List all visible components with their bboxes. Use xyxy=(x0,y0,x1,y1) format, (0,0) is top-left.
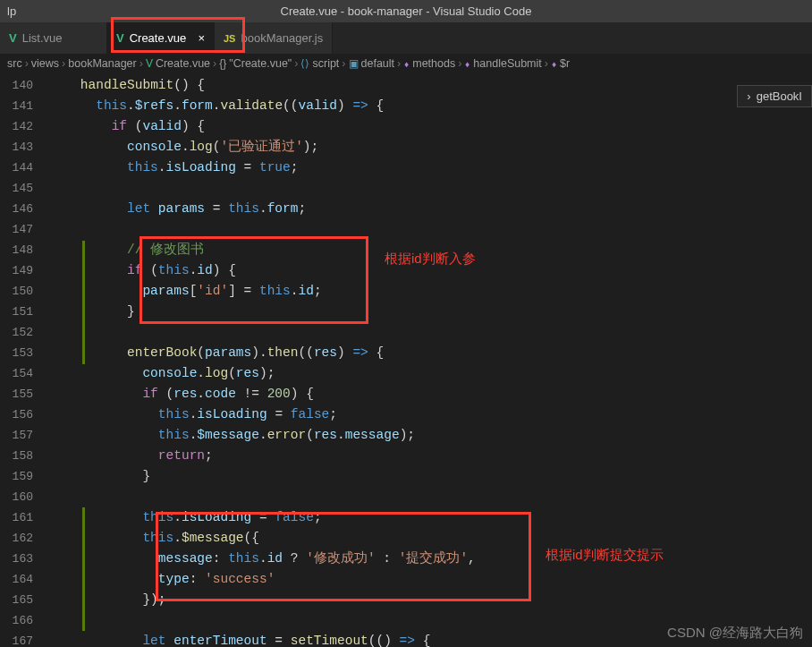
line-number: 146 xyxy=(0,199,33,219)
code-line[interactable]: } xyxy=(49,302,812,322)
code-line[interactable]: console.log(res); xyxy=(49,363,812,384)
vue-icon: V xyxy=(116,31,124,45)
code-line[interactable]: this.isLoading = true; xyxy=(49,157,812,178)
line-number: 147 xyxy=(0,219,33,240)
chevron-right-icon: › xyxy=(545,57,548,70)
breadcrumb-item[interactable]: $r xyxy=(560,57,570,70)
code-line[interactable] xyxy=(49,487,812,507)
line-number: 142 xyxy=(0,116,33,137)
code-line[interactable] xyxy=(49,219,812,240)
suggestion-popup[interactable]: › getBookI xyxy=(737,85,812,107)
tab-bookmanager-js[interactable]: JSbookManager.js xyxy=(215,22,333,54)
chevron-right-icon: › xyxy=(397,57,401,70)
git-modified-marker xyxy=(82,507,85,631)
breadcrumb-item[interactable]: views xyxy=(31,57,59,70)
line-number: 164 xyxy=(0,569,33,590)
breadcrumb-item[interactable]: Create.vue xyxy=(156,57,210,70)
breadcrumb-item[interactable]: bookManager xyxy=(68,57,136,70)
code-line[interactable]: this.$refs.form.validate((valid) => { xyxy=(49,96,812,116)
code-line[interactable]: } xyxy=(49,466,812,487)
line-number: 162 xyxy=(0,528,33,549)
chevron-right-icon: › xyxy=(747,89,750,103)
line-number: 145 xyxy=(0,178,33,199)
code-line[interactable] xyxy=(49,178,812,199)
line-number: 159 xyxy=(0,466,33,487)
line-number: 165 xyxy=(0,590,33,610)
window-title: Create.vue - book-manager - Visual Studi… xyxy=(281,4,532,18)
line-number: 148 xyxy=(0,240,33,260)
breadcrumb-item[interactable]: handleSubmit xyxy=(473,57,541,70)
line-number: 156 xyxy=(0,404,33,425)
code-line[interactable]: this.$message.error(res.message); xyxy=(49,425,812,446)
code-line[interactable]: this.$message({ xyxy=(49,528,812,549)
chevron-right-icon: › xyxy=(62,57,65,70)
code-line[interactable] xyxy=(49,322,812,343)
menu-help[interactable]: lp xyxy=(7,4,16,18)
line-number: 140 xyxy=(0,75,33,96)
editor-tabs: VList.vueVCreate.vue×JSbookManager.js xyxy=(0,22,812,54)
cube-icon: ⬧ xyxy=(551,57,557,70)
code-area[interactable]: handleSubmit() { this.$refs.form.validat… xyxy=(49,73,812,647)
breadcrumb-item[interactable]: script xyxy=(312,57,339,70)
tab-label: Create.vue xyxy=(130,31,187,45)
line-number: 158 xyxy=(0,446,33,466)
line-number: 163 xyxy=(0,549,33,569)
code-line[interactable]: params['id'] = this.id; xyxy=(49,281,812,302)
code-line[interactable]: if (res.code != 200) { xyxy=(49,384,812,404)
line-number: 141 xyxy=(0,96,33,116)
breadcrumb-item[interactable]: src xyxy=(7,57,22,70)
line-number: 155 xyxy=(0,384,33,404)
line-number: 157 xyxy=(0,425,33,446)
annotation-text-1: 根据id判断入参 xyxy=(385,251,476,268)
code-line[interactable]: message: this.id ? '修改成功' : '提交成功', xyxy=(49,549,812,569)
chevron-right-icon: › xyxy=(294,57,298,70)
code-line[interactable]: this.isLoading = false; xyxy=(49,507,812,528)
breadcrumb-item[interactable]: default xyxy=(361,57,395,70)
tab-list-vue[interactable]: VList.vue xyxy=(0,22,107,54)
line-number: 161 xyxy=(0,507,33,528)
editor-area: 1401411421431441451461471481491501511521… xyxy=(0,73,812,647)
line-gutter: 1401411421431441451461471481491501511521… xyxy=(0,73,49,647)
line-number: 166 xyxy=(0,610,33,631)
code-line[interactable]: return; xyxy=(49,446,812,466)
annotation-text-2: 根据id判断提交提示 xyxy=(546,547,664,564)
code-line[interactable]: console.log('已验证通过'); xyxy=(49,137,812,157)
line-number: 151 xyxy=(0,302,33,322)
breadcrumb-item[interactable]: methods xyxy=(412,57,455,70)
code-line[interactable]: enterBook(params).then((res) => { xyxy=(49,343,812,363)
watermark: CSDN @经海路大白狗 xyxy=(667,625,803,642)
line-number: 143 xyxy=(0,137,33,157)
chevron-right-icon: › xyxy=(342,57,345,70)
title-bar: lp Create.vue - book-manager - Visual St… xyxy=(0,0,812,22)
line-number: 154 xyxy=(0,363,33,384)
code-line[interactable]: if (valid) { xyxy=(49,116,812,137)
line-number: 144 xyxy=(0,157,33,178)
braces-icon: {} xyxy=(219,57,226,70)
line-number: 153 xyxy=(0,343,33,363)
breadcrumb-item[interactable]: "Create.vue" xyxy=(229,57,292,70)
code-line[interactable]: }); xyxy=(49,590,812,610)
line-number: 160 xyxy=(0,487,33,507)
tab-create-vue[interactable]: VCreate.vue× xyxy=(107,22,215,54)
cube-icon: ⬧ xyxy=(403,57,410,70)
line-number: 167 xyxy=(0,631,33,647)
breadcrumb[interactable]: src›views›bookManager›VCreate.vue›{}"Cre… xyxy=(0,54,812,73)
code-line[interactable]: handleSubmit() { xyxy=(49,75,812,96)
close-icon[interactable]: × xyxy=(198,31,205,45)
vue-icon: V xyxy=(9,31,17,45)
code-line[interactable]: type: 'success' xyxy=(49,569,812,590)
line-number: 152 xyxy=(0,322,33,343)
code-line[interactable]: this.isLoading = false; xyxy=(49,404,812,425)
cube-icon: ⬧ xyxy=(464,57,470,70)
git-modified-marker xyxy=(82,241,85,364)
tab-label: bookManager.js xyxy=(241,31,323,45)
chevron-right-icon: › xyxy=(25,57,29,70)
code-icon: ⟨⟩ xyxy=(300,57,309,70)
line-number: 150 xyxy=(0,281,33,302)
code-line[interactable]: let params = this.form; xyxy=(49,199,812,219)
chevron-right-icon: › xyxy=(458,57,461,70)
var-icon: ▣ xyxy=(349,57,359,70)
chevron-right-icon: › xyxy=(213,57,216,70)
suggestion-text: getBookI xyxy=(757,89,802,103)
tab-label: List.vue xyxy=(22,31,63,45)
